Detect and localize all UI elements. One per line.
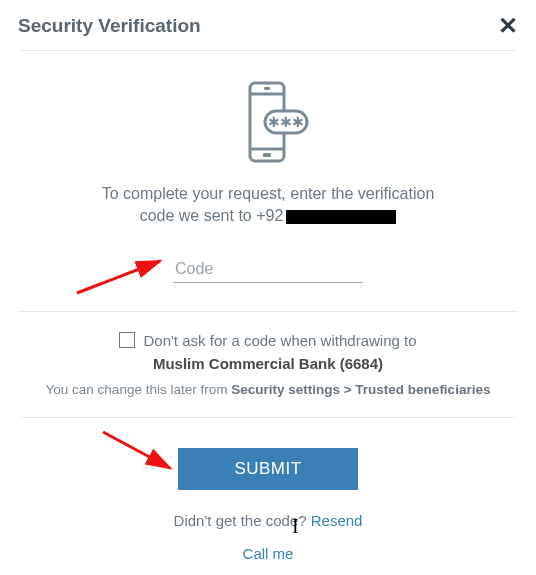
svg-rect-4	[264, 87, 270, 90]
instruction-line2: code we sent to +92	[58, 205, 478, 227]
divider	[18, 311, 518, 312]
phone-sms-icon: ✱✱✱	[18, 79, 518, 165]
svg-text:✱✱✱: ✱✱✱	[268, 114, 304, 130]
code-input[interactable]	[173, 256, 363, 283]
phone-prefix: +92	[256, 207, 283, 224]
modal-header: Security Verification ✕	[18, 12, 518, 51]
dont-ask-row: Don't ask for a code when withdrawing to	[18, 332, 518, 349]
resend-row: Didn't get the code? Resend	[18, 512, 518, 529]
phone-number-redacted	[286, 210, 396, 224]
security-verification-modal: Security Verification ✕ ✱✱✱ To complete …	[0, 0, 536, 562]
submit-button[interactable]: SUBMIT	[178, 448, 358, 490]
resend-link[interactable]: Resend	[311, 512, 363, 529]
code-field-row	[18, 256, 518, 283]
settings-path: Security settings > Trusted beneficiarie…	[231, 382, 490, 397]
svg-rect-3	[263, 153, 271, 157]
divider-2	[18, 417, 518, 418]
modal-title: Security Verification	[18, 15, 201, 37]
settings-note: You can change this later from Security …	[18, 382, 518, 397]
dont-ask-label: Don't ask for a code when withdrawing to	[143, 332, 416, 349]
call-me-link[interactable]: Call me	[243, 545, 294, 562]
bank-name: Muslim Commercial Bank (6684)	[18, 355, 518, 372]
call-me-row: Call me	[18, 545, 518, 562]
submit-row: SUBMIT	[18, 448, 518, 490]
instruction-text: To complete your request, enter the veri…	[18, 183, 518, 228]
close-icon[interactable]: ✕	[498, 12, 518, 40]
resend-prompt: Didn't get the code?	[174, 512, 311, 529]
instruction-line1: To complete your request, enter the veri…	[58, 183, 478, 205]
dont-ask-checkbox[interactable]	[119, 332, 135, 348]
